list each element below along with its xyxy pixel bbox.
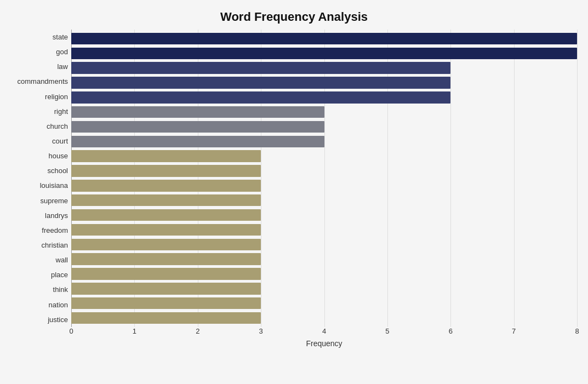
x-tick-2: 2 bbox=[196, 327, 199, 335]
bar-row-religion bbox=[71, 90, 577, 105]
bar-state bbox=[71, 33, 577, 44]
bar-row-nation bbox=[71, 296, 577, 311]
y-label-god: god bbox=[11, 48, 68, 55]
y-label-louisiana: louisiana bbox=[11, 182, 68, 189]
bar-row-supreme bbox=[71, 193, 577, 208]
x-tick-8: 8 bbox=[575, 327, 579, 335]
bar-row-wall bbox=[71, 252, 577, 267]
bar-row-freedom bbox=[71, 222, 577, 237]
bar-row-court bbox=[71, 134, 577, 149]
bar-row-louisiana bbox=[71, 178, 577, 193]
y-label-right: right bbox=[11, 108, 68, 115]
y-label-christian: christian bbox=[11, 242, 68, 249]
bar-place bbox=[71, 268, 261, 279]
bar-row-think bbox=[71, 281, 577, 296]
bar-row-school bbox=[71, 164, 577, 179]
x-tick-6: 6 bbox=[449, 327, 453, 335]
bar-row-law bbox=[71, 61, 577, 76]
bar-school bbox=[71, 165, 261, 176]
bar-supreme bbox=[71, 194, 261, 206]
y-label-landrys: landrys bbox=[11, 212, 68, 219]
x-tick-7: 7 bbox=[512, 327, 516, 335]
x-axis-ticks: 012345678 bbox=[71, 327, 577, 339]
x-axis-label: Frequency bbox=[71, 339, 577, 348]
bar-church bbox=[71, 121, 324, 133]
y-axis-labels: stategodlawcommandmentsreligionrightchur… bbox=[11, 30, 71, 327]
y-label-religion: religion bbox=[11, 93, 68, 100]
y-label-court: court bbox=[11, 137, 68, 145]
bar-landrys bbox=[71, 209, 261, 221]
x-tick-5: 5 bbox=[385, 327, 389, 335]
chart-plot-area bbox=[71, 30, 577, 327]
bar-house bbox=[71, 150, 261, 162]
bar-row-right bbox=[71, 105, 577, 119]
bar-row-justice bbox=[71, 311, 577, 325]
y-label-house: house bbox=[11, 152, 68, 159]
bar-row-house bbox=[71, 149, 577, 164]
bar-god bbox=[71, 48, 577, 59]
grid-line-8 bbox=[577, 30, 578, 327]
chart-title: Word Frequency Analysis bbox=[11, 5, 577, 24]
bar-justice bbox=[71, 312, 261, 324]
bar-nation bbox=[71, 297, 261, 309]
y-label-school: school bbox=[11, 167, 68, 174]
y-label-commandments: commandments bbox=[11, 78, 68, 85]
y-label-supreme: supreme bbox=[11, 197, 68, 204]
x-tick-4: 4 bbox=[322, 327, 326, 335]
bar-row-landrys bbox=[71, 208, 577, 222]
bar-commandments bbox=[71, 77, 450, 88]
bar-law bbox=[71, 62, 450, 73]
x-tick-1: 1 bbox=[133, 327, 136, 335]
bar-wall bbox=[71, 253, 261, 265]
bar-right bbox=[71, 106, 324, 118]
bar-row-god bbox=[71, 46, 577, 61]
y-label-nation: nation bbox=[11, 301, 68, 308]
x-tick-0: 0 bbox=[69, 327, 73, 335]
y-label-church: church bbox=[11, 123, 68, 130]
bar-think bbox=[71, 283, 261, 294]
bar-row-state bbox=[71, 31, 577, 46]
bar-row-church bbox=[71, 119, 577, 134]
x-tick-3: 3 bbox=[259, 327, 263, 335]
chart-container: Word Frequency Analysis stategodlawcomma… bbox=[0, 0, 588, 384]
y-label-freedom: freedom bbox=[11, 227, 68, 234]
bar-court bbox=[71, 136, 324, 147]
bar-christian bbox=[71, 239, 261, 250]
y-label-think: think bbox=[11, 286, 68, 293]
bar-row-place bbox=[71, 267, 577, 282]
bar-louisiana bbox=[71, 180, 261, 191]
bar-religion bbox=[71, 91, 450, 103]
bar-freedom bbox=[71, 224, 261, 236]
y-label-justice: justice bbox=[11, 316, 68, 323]
y-label-wall: wall bbox=[11, 256, 68, 263]
bar-row-christian bbox=[71, 237, 577, 252]
y-label-law: law bbox=[11, 63, 68, 70]
y-label-place: place bbox=[11, 271, 68, 278]
y-label-state: state bbox=[11, 33, 68, 41]
bar-row-commandments bbox=[71, 76, 577, 90]
